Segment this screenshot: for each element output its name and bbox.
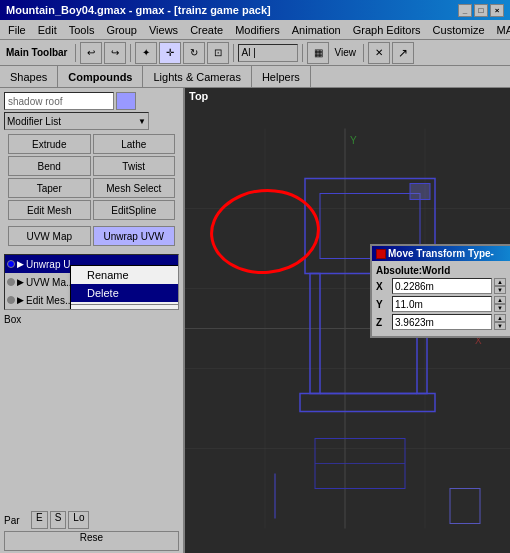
minimize-button[interactable]: _ <box>458 4 472 17</box>
toolbar-scale[interactable]: ⊡ <box>207 42 229 64</box>
edit-spline-button[interactable]: EditSpline <box>93 200 176 220</box>
menu-modifiers[interactable]: Modifiers <box>229 22 286 38</box>
modifier-list-arrow: ▼ <box>138 117 146 126</box>
main-toolbar: Main Toolbar ↩ ↪ ✦ ✛ ↻ ⊡ Al | ▦ View ✕ ↗ <box>0 40 510 66</box>
edit-mesh-button[interactable]: Edit Mesh <box>8 200 91 220</box>
toolbar-categories: Shapes Compounds Lights & Cameras Helper… <box>0 66 510 88</box>
transform-z-label: Z <box>376 317 390 328</box>
reference-dropdown[interactable]: Al | <box>238 44 298 62</box>
menu-maxscript[interactable]: MAXScript <box>491 22 510 38</box>
stack-expand-editmesh: ▶ <box>17 295 24 305</box>
stack-indicator-editmesh <box>7 296 15 304</box>
viewport-canvas[interactable]: X Y <box>185 104 510 553</box>
transform-y-spin: ▲ ▼ <box>494 296 506 312</box>
toolbar-sep-3 <box>233 44 234 62</box>
toolbar-sep-1 <box>75 44 76 62</box>
toolbar-undo[interactable]: ↩ <box>80 42 102 64</box>
reset-button[interactable]: Rese <box>4 531 179 551</box>
e-button[interactable]: E <box>31 511 48 529</box>
toolbar-rotate[interactable]: ↻ <box>183 42 205 64</box>
title-bar-buttons: _ □ × <box>458 4 504 17</box>
transform-panel-title: Move Transform Type- <box>372 246 510 261</box>
stack-expand-unwrap: ▶ <box>17 259 24 269</box>
s-button[interactable]: S <box>50 511 67 529</box>
ctx-cut[interactable]: Cut <box>71 307 179 310</box>
transform-x-row: X 0.2286m ▲ ▼ <box>376 278 506 294</box>
menu-animation[interactable]: Animation <box>286 22 347 38</box>
stack-base-object: Box <box>0 312 183 327</box>
transform-x-input[interactable]: 0.2286m <box>392 278 492 294</box>
menu-views[interactable]: Views <box>143 22 184 38</box>
unwrap-uvw-button[interactable]: Unwrap UVW <box>93 226 176 246</box>
taper-button[interactable]: Taper <box>8 178 91 198</box>
param-label: Par <box>4 515 29 526</box>
context-menu: Rename Delete Cut Copy Paste Paste Insta… <box>70 265 179 310</box>
lo-button[interactable]: Lo <box>68 511 89 529</box>
viewport-area: Top <box>185 88 510 553</box>
title-bar: Mountain_Boy04.gmax - gmax - [trainz gam… <box>0 0 510 20</box>
ctx-delete[interactable]: Delete <box>71 284 179 302</box>
toolbar-x[interactable]: ✕ <box>368 42 390 64</box>
transform-y-down[interactable]: ▼ <box>494 304 506 312</box>
left-panel-top: Modifier List ▼ Extrude Lathe Bend Twist… <box>0 88 183 252</box>
viewport-label: Top <box>185 88 510 104</box>
object-name-row <box>4 92 179 110</box>
toolbar-sep-2 <box>130 44 131 62</box>
uvw-map-button[interactable]: UVW Map <box>8 226 91 246</box>
window-title: Mountain_Boy04.gmax - gmax - [trainz gam… <box>6 4 271 16</box>
transform-x-label: X <box>376 281 390 292</box>
toolbar-arrow[interactable]: ↗ <box>392 42 414 64</box>
transform-z-row: Z 3.9623m ▲ ▼ <box>376 314 506 330</box>
menu-graph-editors[interactable]: Graph Editors <box>347 22 427 38</box>
bend-button[interactable]: Bend <box>8 156 91 176</box>
main-content: Modifier List ▼ Extrude Lathe Bend Twist… <box>0 88 510 553</box>
transform-z-spin: ▲ ▼ <box>494 314 506 330</box>
tab-lights-cameras[interactable]: Lights & Cameras <box>143 66 251 87</box>
view-label: View <box>331 47 359 58</box>
menu-create[interactable]: Create <box>184 22 229 38</box>
toolbar-sep-5 <box>363 44 364 62</box>
transform-x-down[interactable]: ▼ <box>494 286 506 294</box>
transform-y-label: Y <box>376 299 390 310</box>
toolbar-select[interactable]: ✦ <box>135 42 157 64</box>
twist-button[interactable]: Twist <box>93 156 176 176</box>
stack-expand-uvwmap: ▶ <box>17 277 24 287</box>
ctx-rename[interactable]: Rename <box>71 266 179 284</box>
extrude-button[interactable]: Extrude <box>8 134 91 154</box>
menu-bar: File Edit Tools Group Views Create Modif… <box>0 20 510 40</box>
transform-y-row: Y 11.0m ▲ ▼ <box>376 296 506 312</box>
mesh-select-button[interactable]: Mesh Select <box>93 178 176 198</box>
transform-x-up[interactable]: ▲ <box>494 278 506 286</box>
menu-tools[interactable]: Tools <box>63 22 101 38</box>
transform-z-down[interactable]: ▼ <box>494 322 506 330</box>
lathe-button[interactable]: Lathe <box>93 134 176 154</box>
param-row: Par E S Lo <box>4 511 179 529</box>
transform-z-up[interactable]: ▲ <box>494 314 506 322</box>
transform-y-up[interactable]: ▲ <box>494 296 506 304</box>
menu-edit[interactable]: Edit <box>32 22 63 38</box>
transform-icon <box>376 249 386 259</box>
tab-shapes[interactable]: Shapes <box>0 66 58 87</box>
transform-z-input[interactable]: 3.9623m <box>392 314 492 330</box>
menu-customize[interactable]: Customize <box>427 22 491 38</box>
uvw-buttons-row: UVW Map Unwrap UVW <box>4 224 179 248</box>
menu-file[interactable]: File <box>2 22 32 38</box>
transform-panel: Move Transform Type- Absolute:World X 0.… <box>370 244 510 338</box>
left-panel-bottom: Par E S Lo Rese <box>0 509 183 553</box>
ctx-sep-1 <box>71 304 179 305</box>
svg-rect-14 <box>410 184 430 200</box>
close-button[interactable]: × <box>490 4 504 17</box>
object-name-input[interactable] <box>4 92 114 110</box>
modifier-list-dropdown[interactable]: Modifier List ▼ <box>4 112 149 130</box>
toolbar-view-btn[interactable]: ▦ <box>307 42 329 64</box>
menu-group[interactable]: Group <box>100 22 143 38</box>
object-color-swatch[interactable] <box>116 92 136 110</box>
transform-y-input[interactable]: 11.0m <box>392 296 492 312</box>
tab-compounds[interactable]: Compounds <box>58 66 143 87</box>
toolbar-redo[interactable]: ↪ <box>104 42 126 64</box>
modifier-stack[interactable]: ▶ Unwrap U... ▶ UVW Ma... ▶ Edit Mes... … <box>4 254 179 310</box>
maximize-button[interactable]: □ <box>474 4 488 17</box>
modifier-stack-wrapper: ▶ Unwrap U... ▶ UVW Ma... ▶ Edit Mes... … <box>0 252 183 509</box>
tab-helpers[interactable]: Helpers <box>252 66 311 87</box>
toolbar-move[interactable]: ✛ <box>159 42 181 64</box>
